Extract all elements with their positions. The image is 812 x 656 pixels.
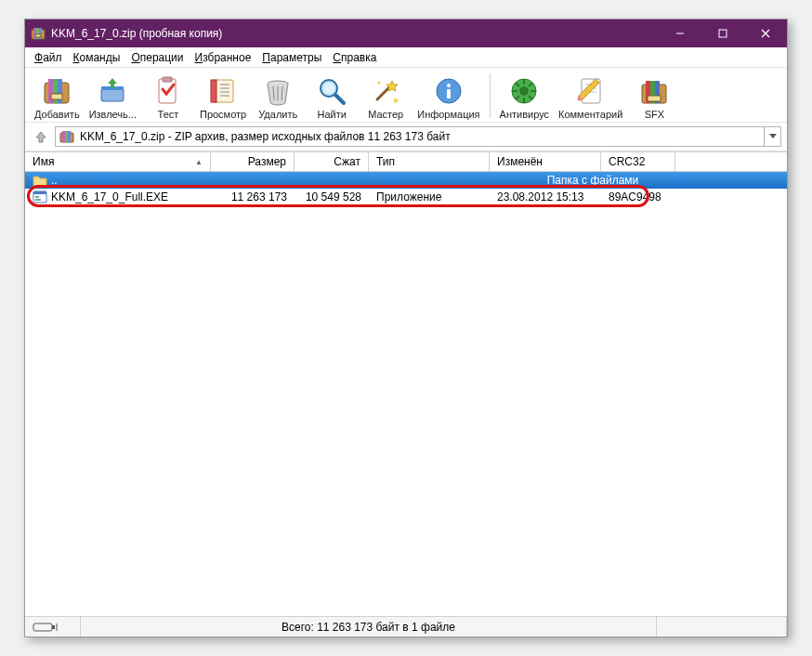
svg-rect-60 [33,191,46,194]
address-field[interactable]: KKM_6_17_0.zip - ZIP архив, размер исход… [55,126,765,147]
svg-rect-19 [211,80,216,102]
svg-rect-13 [51,94,62,99]
file-list[interactable]: .. Папка с файлами KKM_6_17_0_Full.EXE 1… [25,172,787,616]
extract-label: Извлечь... [89,109,137,120]
file-name: KKM_6_17_0_Full.EXE [51,190,168,203]
wizard-icon [370,75,401,107]
svg-point-29 [323,83,334,94]
view-icon [207,75,239,107]
toolbar: Добавить Извлечь... Тест Просмотр Удалит… [25,68,787,123]
test-label: Тест [158,109,179,120]
antivirus-button[interactable]: Антивирус [498,73,551,120]
svg-rect-35 [447,89,451,98]
comment-icon [575,75,607,107]
app-icon [31,26,46,41]
address-text: KKM_6_17_0.zip - ZIP архив, размер исход… [80,130,451,143]
column-headers: Имя▲ Размер Сжат Тип Изменён CRC32 [25,151,787,172]
svg-point-32 [378,82,381,85]
file-packed: 10 549 528 [295,190,369,203]
header-modified[interactable]: Изменён [490,152,601,171]
delete-icon [262,75,294,107]
antivirus-label: Антивирус [500,109,549,120]
file-row[interactable]: KKM_6_17_0_Full.EXE 11 263 173 10 549 52… [25,189,787,205]
info-label: Информация [417,109,479,120]
app-window: KKM_6_17_0.zip (пробная копия) Файл Кома… [24,19,788,637]
svg-rect-58 [68,131,71,142]
address-bar: KKM_6_17_0.zip - ZIP архив, размер исход… [25,123,787,151]
view-button[interactable]: Просмотр [198,73,248,120]
svg-rect-61 [35,196,39,198]
header-name[interactable]: Имя▲ [25,152,211,171]
menu-help[interactable]: Справка [327,49,382,66]
up-button[interactable] [31,126,51,147]
sfx-icon [638,75,670,107]
sort-indicator-icon: ▲ [195,158,203,166]
titlebar[interactable]: KKM_6_17_0.zip (пробная копия) [25,20,787,47]
antivirus-icon [508,75,540,107]
close-button[interactable] [744,20,787,47]
test-button[interactable]: Тест [144,73,192,120]
find-button[interactable]: Найти [308,73,356,120]
find-label: Найти [318,109,347,120]
header-size[interactable]: Размер [211,152,295,171]
comment-label: Комментарий [558,109,622,120]
extract-button[interactable]: Извлечь... [87,73,138,120]
svg-rect-62 [35,199,41,201]
menu-favorites[interactable]: Избранное [190,49,257,66]
svg-rect-57 [65,131,68,142]
svg-rect-64 [52,625,55,629]
toolbar-separator [490,73,491,118]
file-type: Приложение [369,190,490,203]
test-icon [152,75,184,107]
view-label: Просмотр [200,109,246,120]
window-title: KKM_6_17_0.zip (пробная копия) [51,27,659,40]
delete-button[interactable]: Удалить [254,73,302,120]
address-dropdown[interactable] [765,126,781,147]
svg-rect-6 [719,30,727,37]
menu-file[interactable]: Файл [29,49,68,66]
status-right [657,617,787,636]
parent-name: .. [51,174,58,187]
sfx-label: SFX [645,109,664,120]
svg-rect-14 [101,88,124,101]
svg-rect-54 [648,96,661,101]
svg-rect-17 [163,77,172,82]
folder-up-icon [33,173,47,188]
find-icon [316,75,347,107]
minimize-button[interactable] [659,20,701,47]
svg-point-34 [447,84,451,87]
header-crc[interactable]: CRC32 [601,152,675,171]
menu-params[interactable]: Параметры [256,49,327,66]
file-modified: 23.08.2012 15:13 [490,190,601,203]
status-total: Всего: 11 263 173 байт в 1 файле [81,617,657,636]
delete-label: Удалить [258,109,297,120]
header-type[interactable]: Тип [369,152,490,171]
comment-button[interactable]: Комментарий [557,73,624,120]
svg-point-37 [519,86,529,96]
file-crc: 89AC9498 [601,190,675,203]
add-label: Добавить [34,109,80,120]
add-button[interactable]: Добавить [33,73,82,120]
status-bar: Всего: 11 263 173 байт в 1 файле [25,616,787,636]
wizard-button[interactable]: Мастер [361,73,410,120]
parent-type: Папка с файлами [369,174,787,187]
parent-folder-row[interactable]: .. Папка с файлами [25,172,787,189]
svg-rect-56 [62,131,65,142]
menu-operations[interactable]: Операции [125,49,189,66]
maximize-button[interactable] [701,20,744,47]
menu-commands[interactable]: Команды [68,49,126,66]
header-packed[interactable]: Сжат [295,152,369,171]
exe-icon [33,190,47,204]
sfx-button[interactable]: SFX [630,73,678,120]
wizard-label: Мастер [368,109,403,120]
menubar: Файл Команды Операции Избранное Параметр… [25,47,787,68]
status-left [25,617,81,636]
add-icon [41,75,72,107]
status-battery-icon [33,622,59,633]
svg-line-30 [335,95,344,103]
file-size: 11 263 173 [211,190,295,203]
info-icon [433,75,465,107]
info-button[interactable]: Информация [415,73,481,120]
extract-icon [97,75,128,107]
svg-rect-4 [35,34,41,37]
